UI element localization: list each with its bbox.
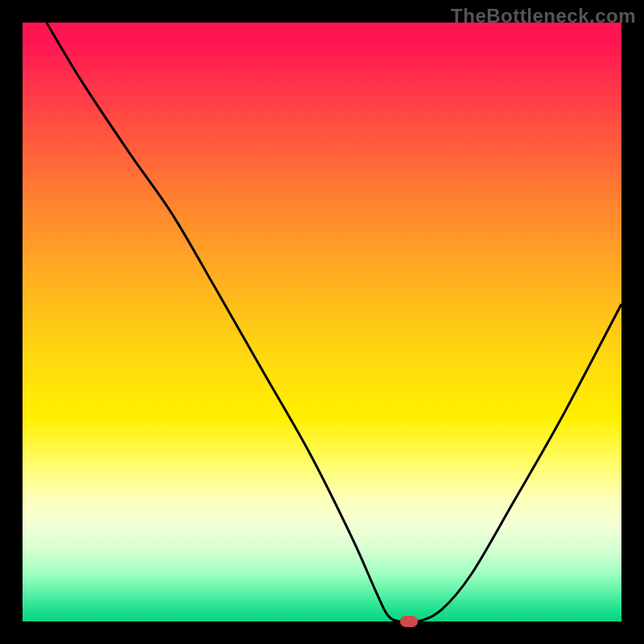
bottleneck-curve-path (47, 23, 621, 621)
watermark-text: TheBottleneck.com (451, 5, 636, 27)
bottleneck-curve (23, 23, 621, 621)
optimal-point-marker (400, 616, 418, 627)
chart-frame: TheBottleneck.com (0, 0, 644, 644)
plot-area (23, 23, 621, 621)
